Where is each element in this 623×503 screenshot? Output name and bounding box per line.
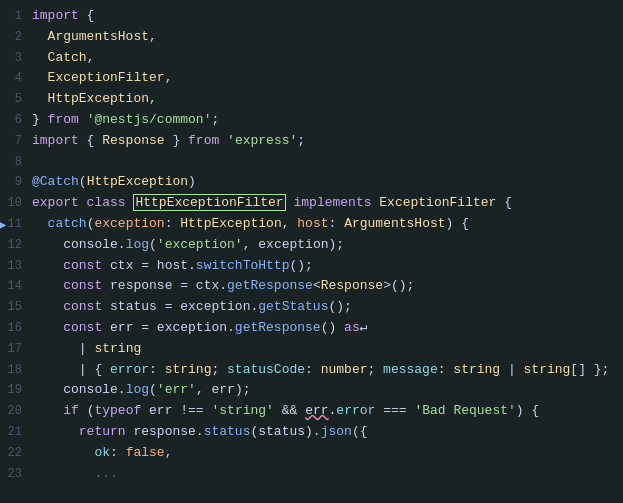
- token: [32, 237, 63, 252]
- token: [32, 50, 48, 65]
- token: ,: [243, 237, 259, 252]
- token: status: [204, 424, 251, 439]
- token: ,: [149, 29, 157, 44]
- token: (: [79, 403, 95, 418]
- token: string: [453, 362, 500, 377]
- line-number: 21: [0, 423, 28, 442]
- code-line: 10export class HttpExceptionFilter imple…: [0, 193, 623, 214]
- token: [79, 112, 87, 127]
- line-number: 10: [0, 194, 28, 213]
- line-content: ArgumentsHost,: [28, 27, 615, 48]
- token: <: [313, 278, 321, 293]
- token: '@nestjs/common': [87, 112, 212, 127]
- token: [32, 258, 63, 273]
- token: (: [149, 237, 157, 252]
- token: (: [79, 174, 87, 189]
- token: return: [79, 424, 126, 439]
- line-number: 8: [0, 153, 28, 172]
- line-content: ...: [28, 464, 615, 485]
- token: {: [79, 133, 102, 148]
- token: [32, 216, 48, 231]
- code-line: 18 | { error: string; statusCode: number…: [0, 360, 623, 381]
- token: getResponse: [235, 320, 321, 335]
- code-line: 1import {: [0, 6, 623, 27]
- token: console: [63, 382, 118, 397]
- token: {: [79, 8, 95, 23]
- token: ↵: [360, 320, 368, 335]
- token: ctx = host.: [102, 258, 196, 273]
- line-number: 5: [0, 90, 28, 109]
- token: 'express': [227, 133, 297, 148]
- token: ({: [352, 424, 368, 439]
- line-number: 19: [0, 381, 28, 400]
- token: Catch: [48, 50, 87, 65]
- line-number: 16: [0, 319, 28, 338]
- token: ,: [165, 70, 173, 85]
- code-line: 3 Catch,: [0, 48, 623, 69]
- token: [32, 278, 63, 293]
- token: [32, 424, 79, 439]
- token: >();: [383, 278, 414, 293]
- code-line: 17 | string: [0, 339, 623, 360]
- token: [32, 29, 48, 44]
- token: [32, 320, 63, 335]
- code-editor: 1import {2 ArgumentsHost,3 Catch,4 Excep…: [0, 0, 623, 503]
- code-line: 16 const err = exception.getResponse() a…: [0, 318, 623, 339]
- token: [32, 445, 94, 460]
- line-content: Catch,: [28, 48, 615, 69]
- token: ;: [211, 112, 219, 127]
- token: number: [321, 362, 368, 377]
- line-content: console.log('exception', exception);: [28, 235, 615, 256]
- token: ) {: [446, 216, 469, 231]
- token: @Catch: [32, 174, 79, 189]
- code-line: 4 ExceptionFilter,: [0, 68, 623, 89]
- code-line: 2 ArgumentsHost,: [0, 27, 623, 48]
- token: implements: [293, 195, 371, 210]
- token: ): [188, 174, 196, 189]
- token: ArgumentsHost: [344, 216, 445, 231]
- token: const: [63, 258, 102, 273]
- line-number: 22: [0, 444, 28, 463]
- token: log: [126, 237, 149, 252]
- line-content: HttpException,: [28, 89, 615, 110]
- token: from: [48, 112, 79, 127]
- token: :: [329, 216, 345, 231]
- token: ok: [94, 445, 110, 460]
- token: ;: [211, 362, 227, 377]
- token: statusCode: [227, 362, 305, 377]
- token: 'err': [157, 382, 196, 397]
- token: [] };: [570, 362, 609, 377]
- debug-arrow-icon: ▶: [0, 213, 6, 235]
- line-content: | { error: string; statusCode: number; m…: [28, 360, 615, 381]
- code-line: 20 if (typeof err !== 'string' && err.er…: [0, 401, 623, 422]
- token: ArgumentsHost: [48, 29, 149, 44]
- token: err: [305, 403, 328, 418]
- token: import: [32, 8, 79, 23]
- token: }: [165, 133, 188, 148]
- token: import: [32, 133, 79, 148]
- token: catch: [48, 216, 87, 231]
- token: {: [496, 195, 512, 210]
- token: [32, 70, 48, 85]
- token: ();: [289, 258, 312, 273]
- token: HttpException: [87, 174, 188, 189]
- code-line: 21 return response.status(status).json({: [0, 422, 623, 443]
- code-line: 19 console.log('err', err);: [0, 380, 623, 401]
- token: (): [321, 320, 344, 335]
- line-number: 13: [0, 257, 28, 276]
- token: message: [383, 362, 438, 377]
- token: const: [63, 299, 102, 314]
- token: :: [305, 362, 321, 377]
- line-content: return response.status(status).json({: [28, 422, 615, 443]
- code-line: 7import { Response } from 'express';: [0, 131, 623, 152]
- line-number: 15: [0, 298, 28, 317]
- token: json: [321, 424, 352, 439]
- token: :: [438, 362, 454, 377]
- token: ();: [328, 299, 351, 314]
- line-number: 4: [0, 69, 28, 88]
- token: 'Bad Request': [414, 403, 515, 418]
- line-number: 23: [0, 465, 28, 484]
- line-content: ok: false,: [28, 443, 615, 464]
- token: ExceptionFilter: [379, 195, 496, 210]
- token: Response: [102, 133, 164, 148]
